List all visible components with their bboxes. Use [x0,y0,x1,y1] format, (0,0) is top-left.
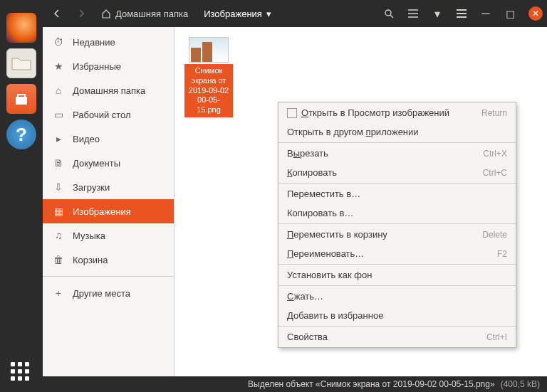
sidebar-item-2[interactable]: ⌂Домашняя папка [43,78,174,102]
menu-accelerator: Ctrl+C [483,168,507,178]
plus-icon: + [53,287,64,299]
sidebar-item-5[interactable]: 🗎Документы [43,151,174,175]
sidebar-item-label: Загрузки [73,182,110,193]
context-menu-item-12[interactable]: Установить как фон [278,265,516,285]
sidebar-item-9[interactable]: 🗑Корзина [43,248,174,272]
breadcrumb-home[interactable]: Домашняя папка [95,9,194,19]
file-manager-window: Домашняя папка Изображения ▾ ▾ ─ ◻ ✕ ⏱Не… [43,0,547,392]
menu-accelerator: Delete [482,230,507,240]
statusbar-size: (400,5 kB) [501,379,540,389]
menu-accelerator: Ctrl+I [486,332,507,342]
sidebar-item-3[interactable]: ▭Рабочий стол [43,102,174,127]
statusbar: Выделен объект «Снимок экрана от 2019-09… [43,376,547,392]
context-menu-item-0[interactable]: Открыть в Просмотр изображенийReturn [278,103,516,122]
sidebar-item-8[interactable]: ♫Музыка [43,223,174,248]
context-menu-item-7[interactable]: Копировать в… [278,203,516,223]
context-menu-item-3[interactable]: ВырезатьCtrl+X [278,144,516,163]
sidebar-item-label: Домашняя папка [73,85,145,96]
context-menu-item-1[interactable]: Открыть в другом приложении [278,122,516,142]
dock: ? [0,0,43,392]
menu-item-label: Добавить в избранное [287,310,507,321]
context-menu: Открыть в Просмотр изображенийReturnОткр… [278,102,516,348]
menu-separator [278,142,516,143]
menu-item-label: Переместить в корзину [287,229,482,240]
context-menu-item-17[interactable]: СвойстваCtrl+I [278,327,516,346]
hamburger-menu-button[interactable] [452,4,472,23]
menu-item-label: Установить как фон [287,270,507,280]
thumbnail-label: Снимок экрана от 2019-09-02 00-05-15.png [184,64,233,117]
sidebar-item-icon: ♫ [53,230,64,241]
sidebar-item-icon: ★ [53,60,64,72]
view-list-button[interactable] [403,4,423,23]
image-viewer-icon [287,108,297,118]
sidebar-item-label: Корзина [73,255,108,265]
menu-item-label: Открыть в Просмотр изображений [287,107,481,118]
menu-accelerator: Ctrl+X [483,149,507,159]
context-menu-item-10[interactable]: Переименовать…F2 [278,244,516,263]
dock-help-icon[interactable]: ? [6,120,36,149]
sidebar-item-icon: ⇩ [53,181,64,193]
menu-item-label: Вырезать [287,148,483,159]
sidebar-item-label: Недавние [73,37,115,48]
sidebar-other-places[interactable]: +Другие места [43,281,174,305]
menu-item-label: Переместить в… [287,189,507,199]
sidebar-item-icon: ▭ [53,109,64,120]
sidebar-item-label: Музыка [73,231,105,241]
sidebar-item-icon: ▦ [53,206,64,217]
maximize-button[interactable]: ◻ [500,4,520,23]
chevron-down-icon: ▾ [266,9,271,19]
menu-item-label: Переименовать… [287,248,497,259]
menu-separator [278,183,516,184]
menu-separator [278,326,516,327]
sidebar-item-label: Избранные [73,61,121,72]
sidebar-item-6[interactable]: ⇩Загрузки [43,175,174,199]
menu-separator [278,285,516,286]
search-button[interactable] [379,4,399,23]
view-dropdown-button[interactable]: ▾ [427,4,447,23]
sidebar-item-0[interactable]: ⏱Недавние [43,30,174,54]
menu-item-label: Копировать в… [287,208,507,218]
sidebar-item-7[interactable]: ▦Изображения [43,199,174,223]
sidebar-item-label: Другие места [73,288,130,299]
context-menu-item-14[interactable]: Сжать… [278,287,516,306]
sidebar-item-label: Документы [73,158,120,169]
sidebar-item-icon: ▸ [53,133,64,144]
breadcrumb-current[interactable]: Изображения ▾ [198,9,277,19]
svg-point-0 [385,10,391,16]
minimize-button[interactable]: ─ [476,4,496,23]
sidebar-item-4[interactable]: ▸Видео [43,127,174,151]
menu-separator [278,223,516,224]
sidebar-item-icon: 🗑 [53,254,64,265]
sidebar-item-icon: 🗎 [53,157,64,169]
context-menu-item-9[interactable]: Переместить в корзинуDelete [278,225,516,244]
file-thumbnail[interactable]: Снимок экрана от 2019-09-02 00-05-15.png [184,37,233,117]
dock-firefox-icon[interactable] [6,13,36,43]
back-button[interactable] [47,4,67,23]
sidebar-item-label: Видео [73,134,100,144]
menu-separator [278,264,516,265]
menu-item-label: Копировать [287,167,483,178]
menu-item-label: Свойства [287,332,486,342]
menu-accelerator: F2 [497,249,507,259]
menu-item-label: Сжать… [287,291,507,302]
context-menu-item-15[interactable]: Добавить в избранное [278,306,516,325]
sidebar-item-label: Рабочий стол [73,110,131,120]
dock-files-icon[interactable] [6,48,36,78]
close-button[interactable]: ✕ [528,6,543,21]
breadcrumb-home-label: Домашняя папка [115,9,188,19]
sidebar-item-label: Изображения [73,206,131,217]
context-menu-item-6[interactable]: Переместить в… [278,184,516,203]
dock-apps-icon[interactable] [11,362,32,383]
context-menu-item-4[interactable]: КопироватьCtrl+C [278,163,516,182]
sidebar-item-icon: ⌂ [53,85,64,96]
sidebar: ⏱Недавние★Избранные⌂Домашняя папка▭Рабоч… [43,27,174,376]
menu-accelerator: Return [481,108,507,118]
sidebar-item-1[interactable]: ★Избранные [43,54,174,78]
titlebar: Домашняя папка Изображения ▾ ▾ ─ ◻ ✕ [43,0,547,27]
statusbar-text: Выделен объект «Снимок экрана от 2019-09… [248,379,495,389]
forward-button[interactable] [71,4,91,23]
dock-software-icon[interactable] [6,84,36,114]
sidebar-item-icon: ⏱ [53,36,64,48]
breadcrumb-current-label: Изображения [204,9,262,19]
menu-item-label: Открыть в другом приложении [287,127,507,137]
